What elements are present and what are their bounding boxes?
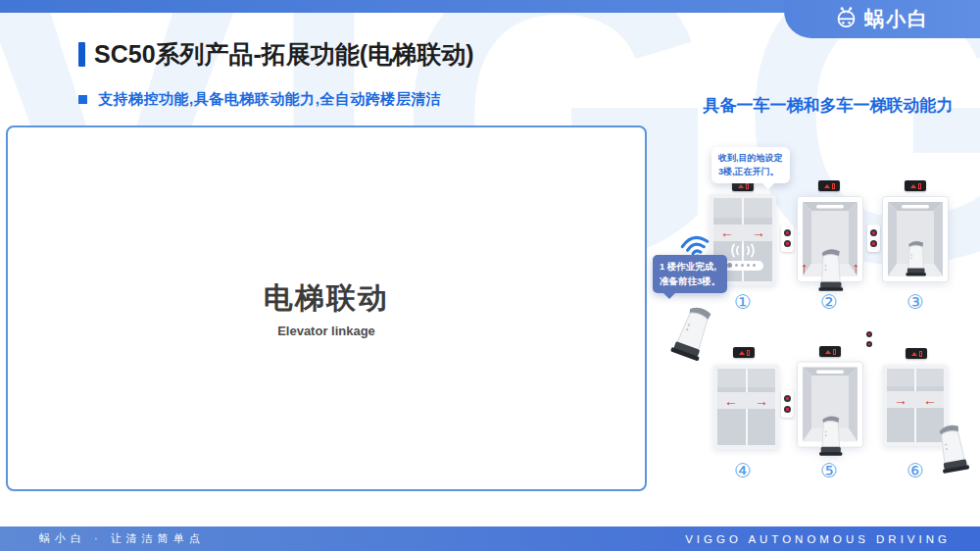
title-accent-bar (78, 42, 85, 67)
floor-display-icon (733, 347, 755, 358)
bubble-line: 收到,目的地设定 (718, 152, 783, 166)
card-subtitle: Elevator linkage (277, 324, 375, 338)
bullet-square-icon (78, 95, 87, 104)
illustration-heading: 具备一车一梯和多车一梯联动能力 (681, 94, 975, 117)
footer-bar: 蜗小白 · 让清洁简单点 VIGGO AUTONOMOUS DRIVING (0, 526, 980, 551)
page-title: SC50系列产品-拓展功能(电梯联动) (78, 41, 474, 69)
door-open-arrow-icon: → (755, 394, 768, 408)
robot-enter-arrow-icon: ↑ (853, 259, 860, 276)
door-arrow-band: ← → (717, 392, 775, 409)
door-close-arrow-icon: ← (923, 393, 937, 407)
hall-call-buttons (867, 225, 880, 252)
robot-enter-arrow-icon: ↑ (801, 259, 808, 276)
footer-brand: VIGGO AUTONOMOUS DRIVING (685, 533, 951, 545)
elevator-linkage-card: 电梯联动 Elevator linkage (6, 125, 647, 491)
door-arrow-band: ← → (713, 225, 772, 241)
step-number-6: ⑥ (903, 459, 928, 482)
elevator-2-robot-entering: ↑ ↑ (797, 196, 863, 282)
robot-speech-bubble: 1 楼作业完成, 准备前往3楼。 (653, 255, 727, 293)
bullet-text: 支持梯控功能,具备电梯联动能力,全自动跨楼层清洁 (98, 90, 441, 109)
cleaning-robot (927, 419, 975, 479)
brand-logo: 蜗小白 (784, 0, 980, 38)
elevator-5-robot-exiting (797, 361, 863, 448)
cleaning-robot (813, 412, 847, 461)
snail-logo-icon (835, 6, 858, 32)
bubble-line: 准备前往3楼。 (660, 275, 720, 289)
floor-display-icon (819, 346, 841, 357)
elevator-4-doors-opening: ← → (713, 365, 779, 449)
cleaning-robot (901, 237, 930, 280)
floor-display-icon (905, 180, 926, 191)
feature-bullet: 支持梯控功能,具备电梯联动能力,全自动跨楼层清洁 (78, 90, 441, 109)
door-panel-indicator (722, 261, 763, 271)
bubble-line: 3楼,正在开门。 (718, 166, 783, 179)
door-close-arrow-icon: → (894, 393, 907, 407)
step-number-3: ③ (903, 290, 928, 314)
hall-call-buttons (781, 390, 794, 418)
door-open-arrow-icon: ← (724, 394, 738, 408)
cleaning-robot (812, 245, 848, 296)
slide: VIGGO 蜗小白 SC50系列产品-拓展功能(电梯联动) 支持梯控功能,具备电… (0, 0, 980, 551)
elevator-speech-bubble: 收到,目的地设定 3楼,正在开门。 (711, 147, 790, 183)
hall-call-buttons (781, 225, 794, 252)
step-number-5: ⑤ (816, 459, 842, 482)
door-open-arrow-icon: → (752, 225, 765, 239)
door-arrow-band: → ← (887, 391, 944, 408)
hall-call-buttons (866, 331, 872, 347)
step-number-2: ② (816, 290, 842, 314)
door-open-arrow-icon: ← (720, 225, 734, 239)
logo-text: 蜗小白 (864, 6, 929, 32)
floor-display-icon (818, 180, 840, 191)
step-number-1: ① (730, 290, 756, 314)
floor-display-icon (906, 348, 927, 359)
bubble-line: 1 楼作业完成, (660, 260, 720, 275)
elevator-3-robot-inside (882, 196, 949, 282)
step-number-4: ④ (730, 459, 756, 482)
card-title: 电梯联动 (264, 278, 389, 319)
footer-slogan: 蜗小白 · 让清洁简单点 (39, 531, 205, 546)
title-text: SC50系列产品-拓展功能(电梯联动) (94, 41, 474, 69)
